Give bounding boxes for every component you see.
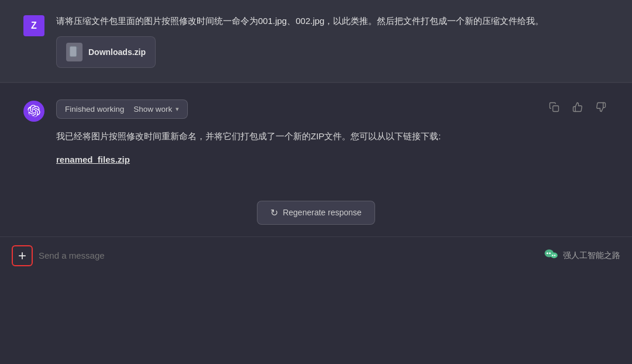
file-icon [66, 43, 83, 61]
chevron-down-icon: ▾ [176, 105, 179, 113]
svg-point-5 [551, 253, 558, 259]
user-avatar: Z [23, 15, 44, 36]
add-icon: + [18, 249, 26, 263]
wechat-text: 强人工智能之路 [563, 250, 620, 261]
show-work-label: Show work [133, 105, 172, 114]
copy-button[interactable] [547, 99, 562, 115]
wechat-badge: 强人工智能之路 [544, 248, 620, 263]
regenerate-row: ↻ Regenerate response [0, 194, 632, 236]
svg-rect-1 [553, 106, 559, 112]
thumbs-down-button[interactable] [593, 99, 609, 115]
message-input[interactable] [39, 250, 538, 260]
ai-message-content: Finished working Show work ▾ 我已经将图片按照修改时… [56, 99, 609, 177]
svg-point-6 [552, 255, 553, 256]
ai-action-icons [547, 99, 609, 115]
finished-working-pill[interactable]: Finished working Show work ▾ [56, 99, 188, 119]
regenerate-button[interactable]: ↻ Regenerate response [257, 201, 375, 225]
download-link[interactable]: renamed_files.zip [56, 154, 130, 164]
add-button[interactable]: + [12, 245, 33, 266]
user-avatar-label: Z [31, 20, 37, 31]
ai-message-block: Finished working Show work ▾ 我已经将图片按照修改时… [0, 83, 632, 194]
wechat-icon [544, 248, 558, 263]
svg-point-4 [549, 253, 551, 255]
svg-point-7 [554, 255, 555, 256]
input-bar: + 强人工智能之路 [0, 236, 632, 274]
user-text: 请将压缩文件包里面的图片按照修改时间统一命令为001.jpg、002.jpg，以… [56, 14, 562, 28]
svg-point-3 [547, 253, 548, 255]
regenerate-icon: ↻ [270, 207, 278, 218]
file-name: Downloads.zip [88, 47, 146, 57]
svg-rect-0 [70, 46, 77, 57]
thumbs-up-button[interactable] [570, 99, 585, 115]
file-attachment[interactable]: Downloads.zip [56, 36, 156, 68]
regenerate-label: Regenerate response [283, 208, 362, 217]
ai-avatar [23, 101, 44, 122]
finished-working-label: Finished working [65, 105, 124, 114]
user-message-block: Z 请将压缩文件包里面的图片按照修改时间统一命令为001.jpg、002.jpg… [0, 0, 632, 83]
ai-response-text: 我已经将图片按照修改时间重新命名，并将它们打包成了一个新的ZIP文件。您可以从以… [56, 129, 609, 144]
user-message-content: 请将压缩文件包里面的图片按照修改时间统一命令为001.jpg、002.jpg，以… [56, 14, 562, 68]
